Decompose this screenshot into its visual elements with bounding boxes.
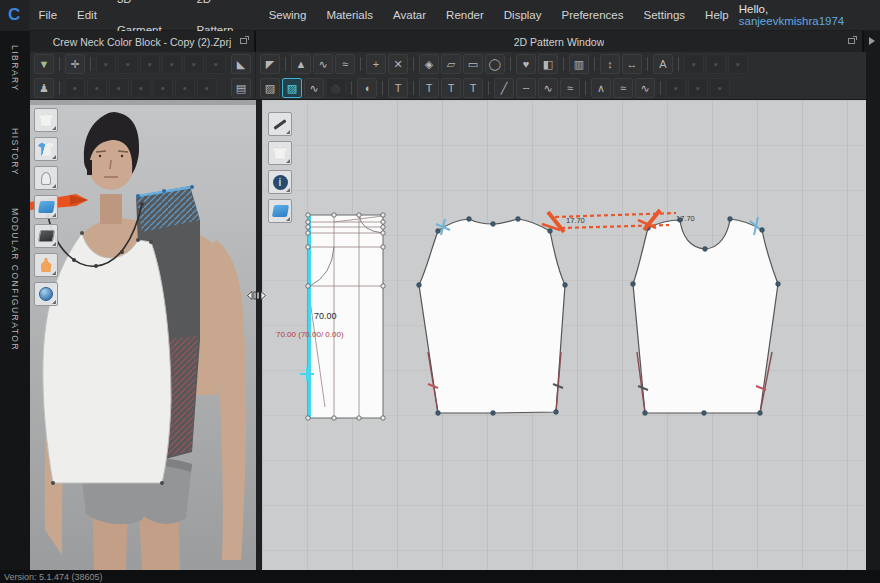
tool-basting-icon[interactable]: ┄ — [516, 78, 536, 98]
popout-icon[interactable] — [848, 38, 855, 44]
tool-slot-d2-icon[interactable]: ▪ — [688, 78, 708, 98]
tool-add-point-icon[interactable]: + — [366, 54, 386, 74]
menu-preferences[interactable]: Preferences — [552, 0, 634, 31]
tab-3d-garment-window[interactable]: Crew Neck Color Block - Copy (2).Zprj — [30, 31, 256, 52]
3d-viewport[interactable] — [30, 100, 256, 570]
tool-shirring-icon[interactable]: ≈ — [560, 78, 580, 98]
sidebar-item-library[interactable]: LIBRARY — [10, 45, 20, 92]
draft-block-piece[interactable]: 70.00 70.00 (70.00/ 0.00) — [276, 213, 385, 420]
tool-inner-polygon-icon[interactable]: ◧ — [538, 54, 558, 74]
tool-create-rectangle-icon[interactable]: ▭ — [463, 54, 483, 74]
tool-slot-d3-icon[interactable]: ▪ — [710, 78, 730, 98]
tool-slot-b1-icon[interactable]: ▪ — [65, 78, 85, 98]
tool-add-intersection-icon[interactable]: ✕ — [388, 54, 408, 74]
show-garment-2d-button[interactable] — [268, 141, 292, 165]
tab-2d-pattern-window[interactable]: 2D Pattern Window — [256, 31, 864, 52]
tool-slot-a1-icon[interactable]: ▪ — [96, 54, 116, 74]
fabric-view-button[interactable] — [268, 199, 292, 223]
menu-render[interactable]: Render — [436, 0, 494, 31]
tool-show-texture-icon[interactable]: T — [441, 78, 461, 98]
tool-slot-a4-icon[interactable]: ▪ — [162, 54, 182, 74]
tool-trace-pattern-icon[interactable]: ◈ — [419, 54, 439, 74]
tool-slot-d1-icon[interactable]: ▪ — [666, 78, 686, 98]
menu-sewing[interactable]: Sewing — [259, 0, 317, 31]
toolbar-separator — [59, 57, 60, 71]
avatar-display-button[interactable] — [34, 253, 58, 277]
tool-internal-line-icon[interactable]: ╱ — [494, 78, 514, 98]
show-avatar-button[interactable] — [34, 166, 58, 190]
pattern-info-button[interactable]: i — [268, 170, 292, 194]
back-bodice-piece[interactable] — [417, 217, 568, 416]
2d-pattern-canvas[interactable]: 70.00 70.00 (70.00/ 0.00) — [262, 100, 866, 570]
tool-wave-stitch-icon[interactable]: ∿ — [635, 78, 655, 98]
tool-pen-3d-icon[interactable]: ◣ — [231, 54, 251, 74]
tool-edit-curvature-icon[interactable]: ∿ — [313, 54, 333, 74]
tool-show-fit-garment-icon[interactable]: T — [388, 78, 408, 98]
tool-slot-a2-icon[interactable]: ▪ — [118, 54, 138, 74]
tool-slot-a3-icon[interactable]: ▪ — [140, 54, 160, 74]
tool-slot-b7-icon[interactable]: ▪ — [197, 78, 217, 98]
tool-free-sewing-icon[interactable]: ∿ — [304, 78, 324, 98]
menu-help[interactable]: Help — [695, 0, 739, 31]
toolbar-separator — [351, 81, 352, 95]
tool-flatten-iron-icon[interactable]: ◖ — [357, 78, 377, 98]
toolbar-separator — [90, 57, 91, 71]
tool-pattern-annotation-icon[interactable]: A — [653, 54, 673, 74]
tool-zigzag-stitch-icon[interactable]: ≈ — [613, 78, 633, 98]
tool-shape-library-icon[interactable]: ♥ — [516, 54, 536, 74]
tool-simulate-icon[interactable]: ▼ — [34, 54, 54, 74]
tool-sewing-3d-icon[interactable]: ▤ — [231, 78, 251, 98]
pin-garment-button[interactable] — [34, 137, 58, 161]
show-garment-button[interactable] — [34, 108, 58, 132]
tool-slot-b4-icon[interactable]: ▪ — [131, 78, 151, 98]
tool-slot-a5-icon[interactable]: ▪ — [184, 54, 204, 74]
tool-transform-pattern-icon[interactable]: ◤ — [260, 54, 280, 74]
tool-slot-c1-icon[interactable]: ▪ — [684, 54, 704, 74]
sidebar-item-modular-configurator[interactable]: MODULAR CONFIGURATOR — [10, 208, 20, 351]
tool-measure-band-icon[interactable]: ↔ — [622, 54, 642, 74]
toolbar-3d-row1: ▼✛▪▪▪▪▪▪◣ — [30, 52, 256, 76]
toolbar-3d-row2: ♟▪▪▪▪▪▪▪▤ — [30, 76, 256, 100]
tool-edit-pattern-icon[interactable]: ▲ — [291, 54, 311, 74]
tool-walk-avatar-icon[interactable]: ♟ — [34, 78, 54, 98]
tool-segment-sewing-icon[interactable]: ▨ — [282, 78, 302, 98]
tool-edit-zigzag-icon[interactable]: ∧ — [591, 78, 611, 98]
app-logo-icon[interactable]: C — [0, 0, 29, 31]
fabric-front-button[interactable] — [34, 195, 58, 219]
resize-handle-icon[interactable] — [247, 288, 266, 306]
environment-button[interactable] — [34, 282, 58, 306]
pattern-outline-pen-button[interactable] — [268, 112, 292, 136]
seam-length-label: 17.70 — [676, 214, 695, 223]
tool-elastic-icon[interactable]: ∿ — [538, 78, 558, 98]
tool-slot-b6-icon[interactable]: ▪ — [175, 78, 195, 98]
tool-reset-2d-arrangement-icon[interactable]: T — [419, 78, 439, 98]
sidebar-item-history[interactable]: HISTORY — [10, 128, 20, 176]
menu-file[interactable]: File — [29, 0, 68, 31]
tool-slot-b5-icon[interactable]: ▪ — [153, 78, 173, 98]
menu-settings[interactable]: Settings — [634, 0, 696, 31]
tool-clone-layer-icon[interactable]: ▥ — [569, 54, 589, 74]
tool-create-polygon-icon[interactable]: ▱ — [441, 54, 461, 74]
tool-edit-curve-point-icon[interactable]: ≈ — [335, 54, 355, 74]
menu-edit[interactable]: Edit — [67, 0, 107, 31]
fabric-back-button[interactable] — [34, 224, 58, 248]
username-link[interactable]: sanjeevkmishra1974 — [739, 15, 844, 27]
popout-icon[interactable] — [240, 38, 247, 44]
tool-slot-c2-icon[interactable]: ▪ — [706, 54, 726, 74]
menu-materials[interactable]: Materials — [316, 0, 383, 31]
tool-measure-length-icon[interactable]: ↕ — [600, 54, 620, 74]
front-pattern-piece-3d[interactable] — [43, 233, 171, 483]
tool-create-ellipse-icon[interactable]: ◯ — [485, 54, 505, 74]
tool-slot-c3-icon[interactable]: ▪ — [728, 54, 748, 74]
tool-slot-b3-icon[interactable]: ▪ — [109, 78, 129, 98]
tool-show-colorway-icon[interactable]: T — [463, 78, 483, 98]
front-bodice-piece[interactable] — [631, 217, 781, 416]
tool-slot-a6-icon[interactable]: ▪ — [206, 54, 226, 74]
tool-detail-sewing-icon[interactable]: ◎ — [326, 78, 346, 98]
tool-select-move-icon[interactable]: ✛ — [65, 54, 85, 74]
tool-slot-b2-icon[interactable]: ▪ — [87, 78, 107, 98]
tool-edit-sewing-icon[interactable]: ▨ — [260, 78, 280, 98]
expand-panel-icon[interactable] — [869, 37, 875, 45]
menu-avatar[interactable]: Avatar — [383, 0, 436, 31]
menu-display[interactable]: Display — [494, 0, 552, 31]
